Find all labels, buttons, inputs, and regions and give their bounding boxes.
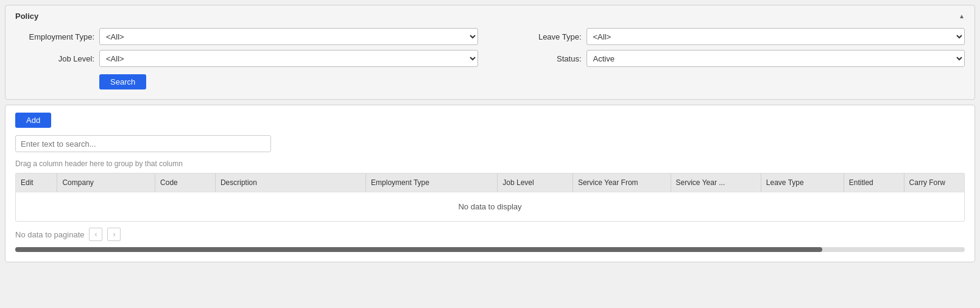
employment-type-label: Employment Type: — [15, 32, 94, 41]
no-data-cell: No data to display — [16, 192, 964, 222]
table-header-row: Edit Company Code Description Employment… — [16, 173, 964, 192]
drag-hint: Drag a column header here to group by th… — [15, 159, 965, 168]
search-button[interactable]: Search — [99, 74, 146, 89]
job-level-row: Job Level: <All> Manager Senior Junior — [15, 50, 478, 67]
col-header-edit[interactable]: Edit — [16, 173, 57, 192]
col-header-entitled[interactable]: Entitled — [844, 173, 904, 192]
employment-type-row: Employment Type: <All> Full Time Part Ti… — [15, 28, 478, 45]
leave-type-select[interactable]: <All> Annual Sick Unpaid — [587, 28, 965, 45]
scrollbar-thumb — [15, 247, 822, 252]
no-paginate-text: No data to paginate — [15, 230, 84, 239]
col-header-code[interactable]: Code — [155, 173, 216, 192]
data-table: Edit Company Code Description Employment… — [16, 173, 964, 221]
policy-panel: Policy ▲ Employment Type: <All> Full Tim… — [5, 5, 975, 100]
search-button-row: Search — [15, 74, 478, 89]
col-header-service-year[interactable]: Service Year ... — [671, 173, 761, 192]
no-data-row: No data to display — [16, 192, 964, 222]
col-header-company[interactable]: Company — [57, 173, 155, 192]
data-table-wrapper: Edit Company Code Description Employment… — [15, 173, 965, 222]
add-button[interactable]: Add — [15, 113, 51, 128]
collapse-icon[interactable]: ▲ — [959, 13, 965, 19]
status-select[interactable]: Active Inactive All — [587, 50, 965, 67]
leave-type-row: Leave Type: <All> Annual Sick Unpaid — [502, 28, 965, 45]
job-level-select[interactable]: <All> Manager Senior Junior — [99, 50, 478, 67]
pagination-prev-button[interactable]: ‹ — [89, 228, 102, 241]
status-label: Status: — [502, 54, 582, 63]
col-header-description[interactable]: Description — [215, 173, 365, 192]
scrollbar-track[interactable] — [15, 247, 965, 252]
col-header-employment-type[interactable]: Employment Type — [366, 173, 498, 192]
employment-type-select[interactable]: <All> Full Time Part Time Contract — [99, 28, 478, 45]
col-header-leave-type[interactable]: Leave Type — [761, 173, 844, 192]
leave-type-label: Leave Type: — [502, 32, 582, 41]
table-search-input[interactable] — [15, 135, 271, 152]
panel-title: Policy ▲ — [15, 12, 965, 21]
col-header-carry-forward[interactable]: Carry Forw — [904, 173, 964, 192]
col-header-job-level[interactable]: Job Level — [498, 173, 573, 192]
job-level-label: Job Level: — [15, 54, 94, 63]
pagination-next-button[interactable]: › — [107, 228, 121, 241]
status-row: Status: Active Inactive All — [502, 50, 965, 67]
panel-title-text: Policy — [15, 12, 38, 21]
pagination-row: No data to paginate ‹ › — [15, 228, 965, 241]
results-panel: Add Drag a column header here to group b… — [5, 105, 975, 262]
filter-grid: Employment Type: <All> Full Time Part Ti… — [15, 28, 965, 89]
col-header-service-year-from[interactable]: Service Year From — [573, 173, 671, 192]
